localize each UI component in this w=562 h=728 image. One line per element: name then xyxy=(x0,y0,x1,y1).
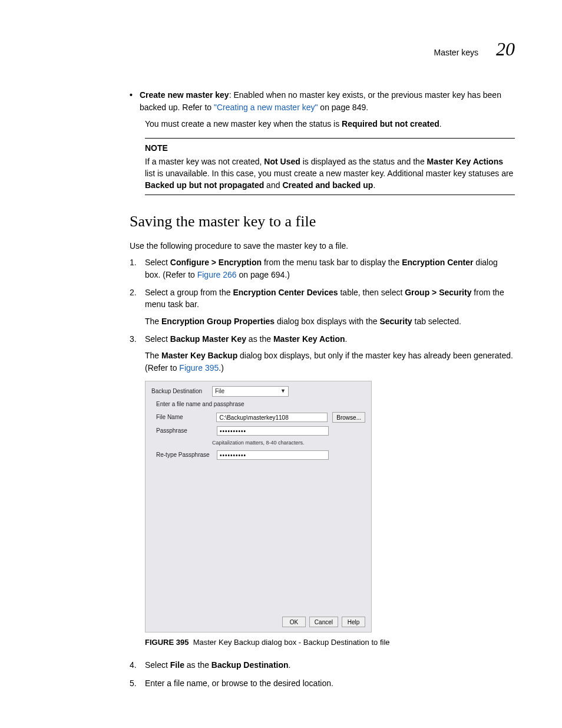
status-post: . xyxy=(439,119,442,129)
step-5: Enter a file name, or browse to the desi… xyxy=(130,677,515,689)
link-figure-266[interactable]: Figure 266 xyxy=(197,270,237,279)
file-name-label: File Name xyxy=(156,413,211,422)
cancel-button[interactable]: Cancel xyxy=(309,617,338,627)
master-key-backup-dialog: Backup Destination File ▼ Enter a file n… xyxy=(145,381,372,633)
passphrase-input[interactable] xyxy=(217,426,329,436)
note-box: NOTE If a master key was not created, No… xyxy=(145,138,515,195)
figure-caption: FIGURE 395 Master Key Backup dialog box … xyxy=(145,637,515,648)
step-2: Select a group from the Encryption Cente… xyxy=(130,286,515,327)
link-figure-395[interactable]: Figure 395 xyxy=(179,363,219,373)
passphrase-label: Passphrase xyxy=(156,427,212,436)
page-header: Master keys 20 xyxy=(47,35,515,62)
section-heading: Saving the master key to a file xyxy=(130,210,515,233)
help-button[interactable]: Help xyxy=(342,617,365,627)
retype-passphrase-label: Re-type Passphrase xyxy=(156,451,212,460)
step-4: Select File as the Backup Destination. xyxy=(130,659,515,671)
bullet-create-master-key: • Create new master key: Enabled when no… xyxy=(130,89,515,113)
step-3-sub: The Master Key Backup dialog box display… xyxy=(145,350,515,374)
ok-button[interactable]: OK xyxy=(282,617,306,627)
chevron-down-icon: ▼ xyxy=(280,387,286,395)
backup-destination-select[interactable]: File ▼ xyxy=(212,386,289,397)
status-bold: Required but not created xyxy=(342,119,439,129)
intro-paragraph: Use the following procedure to save the … xyxy=(130,240,515,252)
figure-caption-text: Master Key Backup dialog box - Backup De… xyxy=(193,638,390,647)
passphrase-hint: Capitalization matters, 8-40 characters. xyxy=(212,439,365,447)
step-3: Select Backup Master Key as the Master K… xyxy=(130,333,515,648)
browse-button[interactable]: Browse... xyxy=(332,412,365,423)
bullet-lead: Create new master key xyxy=(140,90,229,100)
note-label: NOTE xyxy=(145,142,515,154)
status-pre: You must create a new master key when th… xyxy=(145,119,342,129)
chapter-number: 20 xyxy=(496,35,515,62)
note-body: If a master key was not created, Not Use… xyxy=(145,156,515,192)
status-paragraph: You must create a new master key when th… xyxy=(145,118,515,130)
link-creating-master-key[interactable]: "Creating a new master key" xyxy=(214,103,318,112)
backup-destination-label: Backup Destination xyxy=(151,387,207,396)
bullet-icon: • xyxy=(130,89,133,113)
figure-number: FIGURE 395 xyxy=(145,638,189,647)
dialog-instruction: Enter a file name and passphrase xyxy=(156,400,365,409)
file-name-input[interactable] xyxy=(216,413,328,422)
header-section: Master keys xyxy=(434,47,478,58)
step-2-sub: The Encryption Group Properties dialog b… xyxy=(145,315,515,327)
retype-passphrase-input[interactable] xyxy=(217,450,329,460)
bullet-tail: on page 849. xyxy=(318,103,368,112)
step-1: Select Configure > Encryption from the m… xyxy=(130,256,515,281)
